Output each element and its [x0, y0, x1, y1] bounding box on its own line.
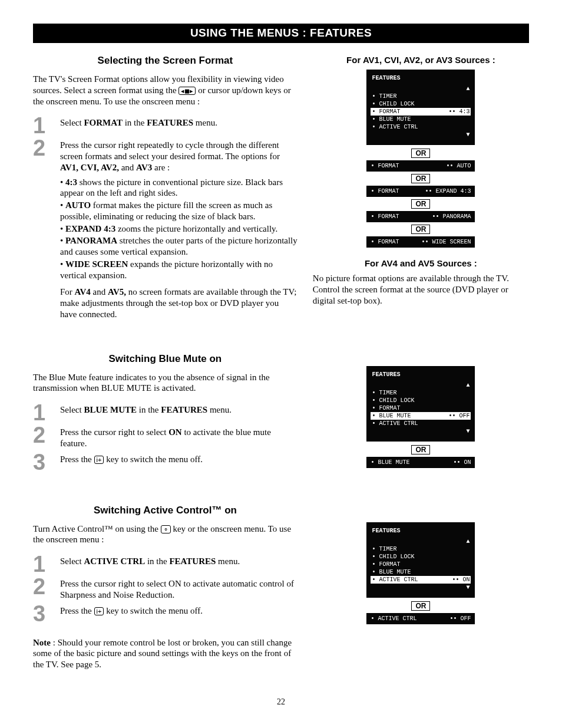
osd-menu-features-bluemute: FEATURES ▲ • TIMER • CHILD LOCK • FORMAT…: [366, 366, 475, 442]
step-number: 1: [33, 116, 60, 135]
step-1: 1 Select FORMAT in the FEATURES menu.: [33, 116, 297, 135]
osd-row-activectrl-off: • ACTIVE CTRL•• OFF: [366, 613, 475, 624]
heading-active-control: Switching Active Control™ on: [33, 505, 297, 516]
info-key-icon: i+: [94, 607, 104, 615]
step-3: 3 Press the i+ key to switch the menu of…: [33, 453, 297, 472]
step-1: 1 Select BLUE MUTE in the FEATURES menu.: [33, 403, 297, 422]
note-text: Note : Should your remote control be los…: [33, 637, 297, 670]
intro-screen-format: The TV's Screen Format options allow you…: [33, 74, 297, 107]
or-badge: OR: [411, 225, 430, 234]
or-badge: OR: [411, 174, 430, 183]
heading-screen-format: Selecting the Screen Format: [33, 55, 297, 67]
step-2: 2 Press the cursor right to select ON to…: [33, 577, 297, 601]
step-1: 1 Select ACTIVE CTRL in the FEATURES men…: [33, 555, 297, 574]
text-av45: No picture format options are available …: [313, 273, 529, 306]
or-badge: OR: [411, 601, 430, 611]
step-number: 2: [33, 139, 60, 157]
or-badge: OR: [411, 149, 430, 158]
intro-blue-mute: The Blue Mute feature indicates to you t…: [33, 372, 297, 394]
step-number: 3: [33, 604, 60, 623]
subheading-av123: For AV1, CVI, AV2, or AV3 Sources :: [313, 55, 529, 65]
active-control-key-icon: ⚬: [161, 525, 171, 533]
step-3: 3 Press the i+ key to switch the menu of…: [33, 604, 297, 623]
or-badge: OR: [411, 445, 430, 454]
osd-row-bluemute-on: • BLUE MUTE•• ON: [366, 457, 475, 468]
osd-row-format-auto: • FORMAT•• AUTO: [366, 160, 475, 172]
osd-row-format-expand: • FORMAT•• EXPAND 4:3: [366, 186, 475, 197]
osd-row-format-panorama: • FORMAT•• PANORAMA: [366, 211, 475, 222]
step-number: 1: [33, 403, 60, 422]
osd-menu-features-format: FEATURES ▲ • TIMER • CHILD LOCK • FORMAT…: [366, 70, 475, 145]
osd-row-format-widescreen: • FORMAT•• WIDE SCREEN: [366, 236, 475, 248]
heading-blue-mute: Switching Blue Mute on: [33, 353, 297, 365]
format-key-icon: ◂◼▸: [178, 87, 196, 95]
step-2: 2 Press the cursor right to select ON to…: [33, 426, 297, 449]
subheading-av45: For AV4 and AV5 Sources :: [313, 258, 529, 268]
or-badge: OR: [411, 199, 430, 209]
step-number: 2: [33, 577, 60, 596]
step-2: 2 Press the cursor right repeatedly to c…: [33, 139, 297, 319]
section-screen-format: Selecting the Screen Format The TV's Scr…: [33, 55, 529, 324]
step-number: 1: [33, 555, 60, 574]
intro-active-control: Turn Active Control™ on using the ⚬ key …: [33, 523, 297, 546]
page-number: 22: [33, 697, 529, 707]
section-active-control: Switching Active Control™ on Turn Active…: [33, 505, 529, 680]
info-key-icon: i+: [94, 456, 104, 464]
page-title-bar: USING THE MENUS : FEATURES: [33, 24, 529, 43]
osd-menu-features-activectrl: FEATURES ▲ • TIMER • CHILD LOCK • FORMAT…: [366, 522, 475, 598]
step-number: 3: [33, 453, 60, 472]
section-blue-mute: Switching Blue Mute on The Blue Mute fea…: [33, 353, 529, 475]
step-number: 2: [33, 426, 60, 444]
